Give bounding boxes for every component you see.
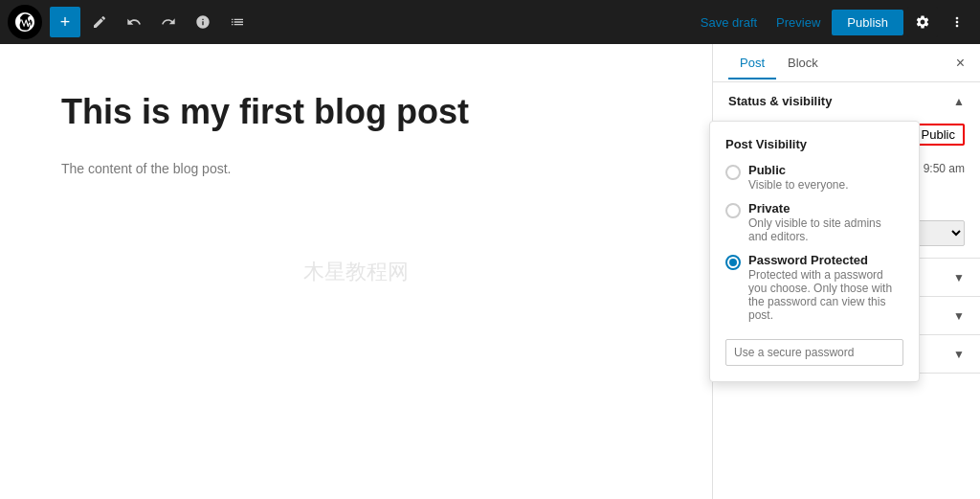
edit-icon-button[interactable] <box>84 7 115 37</box>
watermark: 木星教程网 <box>303 258 409 286</box>
radio-private[interactable]: Private Only visible to site admins and … <box>725 201 903 243</box>
radio-desc-public: Visible to everyone. <box>748 178 849 192</box>
editor-area[interactable]: This is my first blog post The content o… <box>0 44 712 499</box>
popup-title: Post Visibility <box>725 137 903 151</box>
radio-password[interactable]: Password Protected Protected with a pass… <box>725 253 903 322</box>
visibility-popup: Post Visibility Public Visible to everyo… <box>709 121 920 382</box>
radio-label-public: Public <box>748 163 849 177</box>
preview-button[interactable]: Preview <box>768 11 828 34</box>
radio-desc-password: Protected with a password you choose. On… <box>748 268 903 322</box>
chevron-down-categories-icon: ▼ <box>953 309 965 323</box>
radio-circle-password <box>725 255 741 270</box>
info-button[interactable] <box>188 7 218 37</box>
wp-logo[interactable] <box>8 5 42 39</box>
add-block-button[interactable]: + <box>50 7 80 37</box>
status-visibility-header[interactable]: Status & visibility ▲ <box>713 82 980 120</box>
chevron-down-tags-icon: ▼ <box>953 348 965 361</box>
redo-button[interactable] <box>153 7 184 37</box>
password-input[interactable] <box>725 339 903 366</box>
settings-button[interactable] <box>907 7 938 37</box>
list-view-button[interactable] <box>222 7 253 37</box>
radio-circle-private <box>725 203 741 218</box>
publish-button[interactable]: Publish <box>832 10 903 35</box>
toolbar: + Save draft Preview Publish <box>0 0 980 44</box>
radio-public[interactable]: Public Visible to everyone. <box>725 163 903 192</box>
radio-circle-public <box>725 165 741 180</box>
radio-label-password: Password Protected <box>748 253 903 267</box>
post-content[interactable]: The content of the blog post. <box>61 158 651 179</box>
more-options-button[interactable] <box>942 7 972 37</box>
chevron-up-icon: ▲ <box>953 95 965 108</box>
save-draft-button[interactable]: Save draft <box>693 11 765 34</box>
tab-post[interactable]: Post <box>728 48 776 79</box>
post-title[interactable]: This is my first blog post <box>61 90 651 135</box>
sidebar-close-button[interactable]: × <box>956 55 965 72</box>
tab-block[interactable]: Block <box>776 48 830 79</box>
radio-desc-private: Only visible to site admins and editors. <box>748 216 903 243</box>
chevron-down-permalink-icon: ▼ <box>953 271 965 284</box>
radio-label-private: Private <box>748 201 903 215</box>
undo-button[interactable] <box>119 7 149 37</box>
sidebar-tabs: Post Block × <box>713 44 980 82</box>
